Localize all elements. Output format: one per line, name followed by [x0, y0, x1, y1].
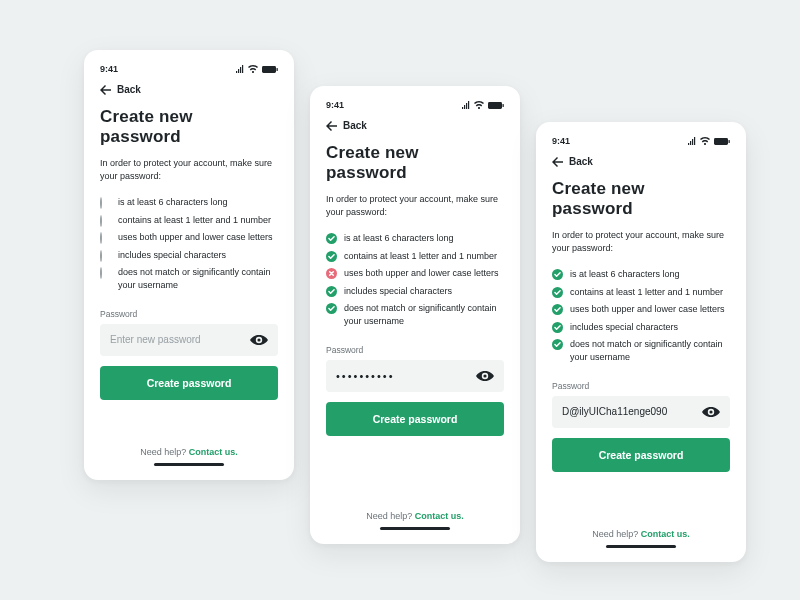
eye-icon[interactable]	[702, 407, 720, 417]
intro-text: In order to protect your account, make s…	[100, 157, 278, 183]
requirement-item: contains at least 1 letter and 1 number	[552, 286, 730, 299]
status-time: 9:41	[326, 100, 344, 110]
status-time: 9:41	[552, 136, 570, 146]
requirement-list: is at least 6 characters long contains a…	[326, 227, 504, 333]
password-value: ••••••••••	[336, 370, 476, 382]
requirement-list: is at least 6 characters long contains a…	[552, 263, 730, 369]
signal-icon	[688, 137, 696, 145]
intro-text: In order to protect your account, make s…	[326, 193, 504, 219]
requirement-item: uses both upper and lower case letters	[100, 231, 278, 244]
create-password-button[interactable]: Create password	[552, 438, 730, 472]
contact-link[interactable]: Contact us.	[415, 511, 464, 521]
check-icon	[326, 303, 337, 314]
back-arrow-icon	[326, 121, 337, 131]
battery-icon	[714, 138, 730, 145]
back-label: Back	[569, 156, 593, 167]
bullet-empty-icon	[100, 250, 102, 262]
signal-icon	[236, 65, 244, 73]
requirement-item: is at least 6 characters long	[100, 196, 278, 209]
requirement-item: does not match or significantly contain …	[552, 338, 730, 363]
bullet-empty-icon	[100, 197, 102, 209]
signal-icon	[462, 101, 470, 109]
requirement-item: does not match or significantly contain …	[100, 266, 278, 291]
requirement-item: does not match or significantly contain …	[326, 302, 504, 327]
bullet-empty-icon	[100, 267, 102, 279]
battery-icon	[262, 66, 278, 73]
password-label: Password	[552, 381, 730, 391]
page-title: Create new password	[100, 107, 278, 147]
eye-icon[interactable]	[250, 335, 268, 345]
check-icon	[552, 339, 563, 350]
requirement-item: contains at least 1 letter and 1 number	[326, 250, 504, 263]
check-icon	[552, 287, 563, 298]
contact-link[interactable]: Contact us.	[189, 447, 238, 457]
password-placeholder: Enter new password	[110, 334, 250, 345]
requirement-item: includes special characters	[552, 321, 730, 334]
intro-text: In order to protect your account, make s…	[552, 229, 730, 255]
x-icon	[326, 268, 337, 279]
check-icon	[552, 322, 563, 333]
requirement-item: includes special characters	[326, 285, 504, 298]
check-icon	[326, 286, 337, 297]
check-icon	[552, 269, 563, 280]
contact-link[interactable]: Contact us.	[641, 529, 690, 539]
help-text: Need help? Contact us.	[552, 529, 730, 539]
back-button[interactable]: Back	[552, 156, 730, 167]
requirement-item: uses both upper and lower case letters	[552, 303, 730, 316]
check-icon	[326, 233, 337, 244]
requirement-item: is at least 6 characters long	[552, 268, 730, 281]
screen-empty-state: 9:41 Back Create new password In order t…	[84, 50, 294, 480]
screen-partial-state: 9:41 Back Create new password In order t…	[310, 86, 520, 544]
requirement-item: includes special characters	[100, 249, 278, 262]
bullet-empty-icon	[100, 232, 102, 244]
wifi-icon	[700, 137, 710, 145]
password-input[interactable]: ••••••••••	[326, 360, 504, 392]
create-password-button[interactable]: Create password	[100, 366, 278, 400]
wifi-icon	[474, 101, 484, 109]
back-button[interactable]: Back	[326, 120, 504, 131]
help-text: Need help? Contact us.	[326, 511, 504, 521]
requirement-item: uses both upper and lower case letters	[326, 267, 504, 280]
back-label: Back	[117, 84, 141, 95]
status-bar: 9:41	[326, 100, 504, 110]
status-time: 9:41	[100, 64, 118, 74]
page-title: Create new password	[552, 179, 730, 219]
password-label: Password	[326, 345, 504, 355]
back-arrow-icon	[552, 157, 563, 167]
status-bar: 9:41	[552, 136, 730, 146]
battery-icon	[488, 102, 504, 109]
eye-icon[interactable]	[476, 371, 494, 381]
bullet-empty-icon	[100, 215, 102, 227]
password-input[interactable]: Enter new password	[100, 324, 278, 356]
back-label: Back	[343, 120, 367, 131]
check-icon	[552, 304, 563, 315]
wifi-icon	[248, 65, 258, 73]
home-indicator	[380, 527, 450, 530]
password-label: Password	[100, 309, 278, 319]
back-button[interactable]: Back	[100, 84, 278, 95]
requirement-item: is at least 6 characters long	[326, 232, 504, 245]
screen-valid-state: 9:41 Back Create new password In order t…	[536, 122, 746, 562]
requirement-list: is at least 6 characters long contains a…	[100, 191, 278, 297]
status-bar: 9:41	[100, 64, 278, 74]
requirement-item: contains at least 1 letter and 1 number	[100, 214, 278, 227]
home-indicator	[154, 463, 224, 466]
password-input[interactable]: D@ilyUICha11enge090	[552, 396, 730, 428]
help-text: Need help? Contact us.	[100, 447, 278, 457]
page-title: Create new password	[326, 143, 504, 183]
password-value: D@ilyUICha11enge090	[562, 406, 702, 417]
check-icon	[326, 251, 337, 262]
back-arrow-icon	[100, 85, 111, 95]
create-password-button[interactable]: Create password	[326, 402, 504, 436]
home-indicator	[606, 545, 676, 548]
